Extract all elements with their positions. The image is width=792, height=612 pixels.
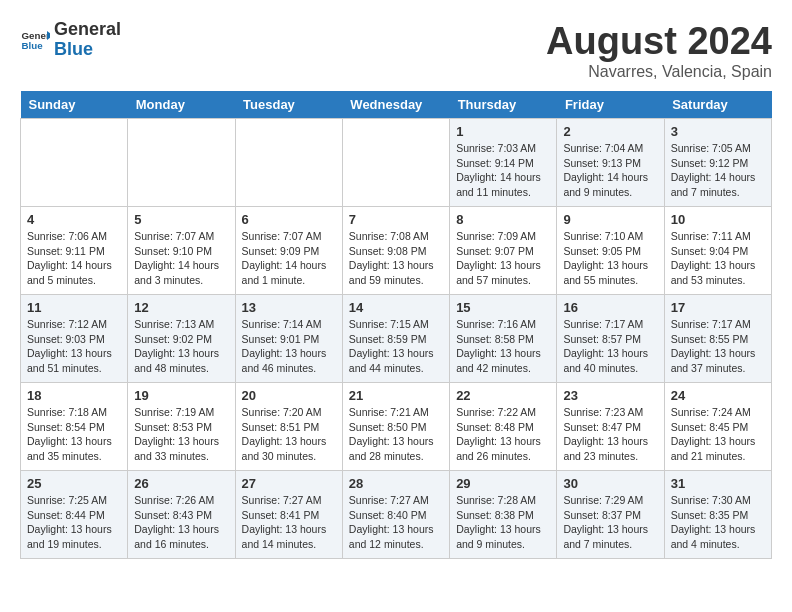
day-info: Sunrise: 7:07 AMSunset: 9:09 PMDaylight:… [242, 229, 336, 288]
calendar-header: SundayMondayTuesdayWednesdayThursdayFrid… [21, 91, 772, 119]
calendar-cell: 11Sunrise: 7:12 AMSunset: 9:03 PMDayligh… [21, 295, 128, 383]
calendar-cell: 8Sunrise: 7:09 AMSunset: 9:07 PMDaylight… [450, 207, 557, 295]
calendar-cell: 2Sunrise: 7:04 AMSunset: 9:13 PMDaylight… [557, 119, 664, 207]
week-row-5: 25Sunrise: 7:25 AMSunset: 8:44 PMDayligh… [21, 471, 772, 559]
calendar-cell: 18Sunrise: 7:18 AMSunset: 8:54 PMDayligh… [21, 383, 128, 471]
day-info: Sunrise: 7:20 AMSunset: 8:51 PMDaylight:… [242, 405, 336, 464]
day-number: 31 [671, 476, 765, 491]
day-number: 5 [134, 212, 228, 227]
day-info: Sunrise: 7:22 AMSunset: 8:48 PMDaylight:… [456, 405, 550, 464]
day-number: 15 [456, 300, 550, 315]
day-number: 9 [563, 212, 657, 227]
day-info: Sunrise: 7:29 AMSunset: 8:37 PMDaylight:… [563, 493, 657, 552]
calendar-cell: 5Sunrise: 7:07 AMSunset: 9:10 PMDaylight… [128, 207, 235, 295]
calendar-cell: 4Sunrise: 7:06 AMSunset: 9:11 PMDaylight… [21, 207, 128, 295]
day-info: Sunrise: 7:05 AMSunset: 9:12 PMDaylight:… [671, 141, 765, 200]
calendar-cell: 21Sunrise: 7:21 AMSunset: 8:50 PMDayligh… [342, 383, 449, 471]
calendar-cell: 13Sunrise: 7:14 AMSunset: 9:01 PMDayligh… [235, 295, 342, 383]
title-area: August 2024 Navarres, Valencia, Spain [546, 20, 772, 81]
week-row-2: 4Sunrise: 7:06 AMSunset: 9:11 PMDaylight… [21, 207, 772, 295]
day-info: Sunrise: 7:07 AMSunset: 9:10 PMDaylight:… [134, 229, 228, 288]
day-number: 17 [671, 300, 765, 315]
day-number: 27 [242, 476, 336, 491]
calendar-cell: 6Sunrise: 7:07 AMSunset: 9:09 PMDaylight… [235, 207, 342, 295]
logo-text: General Blue [54, 20, 121, 60]
day-number: 25 [27, 476, 121, 491]
logo-general-text: General [54, 20, 121, 40]
day-number: 11 [27, 300, 121, 315]
header-day-sunday: Sunday [21, 91, 128, 119]
calendar-cell: 9Sunrise: 7:10 AMSunset: 9:05 PMDaylight… [557, 207, 664, 295]
calendar-cell: 15Sunrise: 7:16 AMSunset: 8:58 PMDayligh… [450, 295, 557, 383]
calendar-cell: 24Sunrise: 7:24 AMSunset: 8:45 PMDayligh… [664, 383, 771, 471]
day-number: 13 [242, 300, 336, 315]
svg-text:General: General [22, 29, 51, 40]
calendar-cell: 10Sunrise: 7:11 AMSunset: 9:04 PMDayligh… [664, 207, 771, 295]
day-info: Sunrise: 7:12 AMSunset: 9:03 PMDaylight:… [27, 317, 121, 376]
calendar-cell: 7Sunrise: 7:08 AMSunset: 9:08 PMDaylight… [342, 207, 449, 295]
calendar-cell: 28Sunrise: 7:27 AMSunset: 8:40 PMDayligh… [342, 471, 449, 559]
calendar-cell: 23Sunrise: 7:23 AMSunset: 8:47 PMDayligh… [557, 383, 664, 471]
calendar-cell: 16Sunrise: 7:17 AMSunset: 8:57 PMDayligh… [557, 295, 664, 383]
day-number: 3 [671, 124, 765, 139]
day-info: Sunrise: 7:17 AMSunset: 8:55 PMDaylight:… [671, 317, 765, 376]
calendar-cell [21, 119, 128, 207]
day-info: Sunrise: 7:16 AMSunset: 8:58 PMDaylight:… [456, 317, 550, 376]
header-day-wednesday: Wednesday [342, 91, 449, 119]
calendar-body: 1Sunrise: 7:03 AMSunset: 9:14 PMDaylight… [21, 119, 772, 559]
day-number: 7 [349, 212, 443, 227]
day-info: Sunrise: 7:13 AMSunset: 9:02 PMDaylight:… [134, 317, 228, 376]
day-info: Sunrise: 7:04 AMSunset: 9:13 PMDaylight:… [563, 141, 657, 200]
day-number: 20 [242, 388, 336, 403]
day-info: Sunrise: 7:25 AMSunset: 8:44 PMDaylight:… [27, 493, 121, 552]
day-info: Sunrise: 7:27 AMSunset: 8:41 PMDaylight:… [242, 493, 336, 552]
day-number: 1 [456, 124, 550, 139]
calendar-cell: 3Sunrise: 7:05 AMSunset: 9:12 PMDaylight… [664, 119, 771, 207]
day-number: 23 [563, 388, 657, 403]
day-number: 24 [671, 388, 765, 403]
calendar-cell: 14Sunrise: 7:15 AMSunset: 8:59 PMDayligh… [342, 295, 449, 383]
calendar-cell [342, 119, 449, 207]
calendar-cell: 1Sunrise: 7:03 AMSunset: 9:14 PMDaylight… [450, 119, 557, 207]
day-number: 29 [456, 476, 550, 491]
day-info: Sunrise: 7:24 AMSunset: 8:45 PMDaylight:… [671, 405, 765, 464]
day-number: 30 [563, 476, 657, 491]
logo: General Blue General Blue [20, 20, 121, 60]
day-info: Sunrise: 7:28 AMSunset: 8:38 PMDaylight:… [456, 493, 550, 552]
day-info: Sunrise: 7:18 AMSunset: 8:54 PMDaylight:… [27, 405, 121, 464]
day-info: Sunrise: 7:03 AMSunset: 9:14 PMDaylight:… [456, 141, 550, 200]
header: General Blue General Blue August 2024 Na… [20, 20, 772, 81]
calendar-table: SundayMondayTuesdayWednesdayThursdayFrid… [20, 91, 772, 559]
calendar-cell: 30Sunrise: 7:29 AMSunset: 8:37 PMDayligh… [557, 471, 664, 559]
day-number: 21 [349, 388, 443, 403]
day-info: Sunrise: 7:15 AMSunset: 8:59 PMDaylight:… [349, 317, 443, 376]
calendar-cell: 29Sunrise: 7:28 AMSunset: 8:38 PMDayligh… [450, 471, 557, 559]
calendar-cell: 22Sunrise: 7:22 AMSunset: 8:48 PMDayligh… [450, 383, 557, 471]
calendar-cell: 25Sunrise: 7:25 AMSunset: 8:44 PMDayligh… [21, 471, 128, 559]
location-title: Navarres, Valencia, Spain [546, 63, 772, 81]
day-info: Sunrise: 7:26 AMSunset: 8:43 PMDaylight:… [134, 493, 228, 552]
day-info: Sunrise: 7:21 AMSunset: 8:50 PMDaylight:… [349, 405, 443, 464]
day-info: Sunrise: 7:30 AMSunset: 8:35 PMDaylight:… [671, 493, 765, 552]
day-info: Sunrise: 7:19 AMSunset: 8:53 PMDaylight:… [134, 405, 228, 464]
svg-text:Blue: Blue [22, 40, 44, 51]
day-info: Sunrise: 7:08 AMSunset: 9:08 PMDaylight:… [349, 229, 443, 288]
day-number: 8 [456, 212, 550, 227]
day-info: Sunrise: 7:17 AMSunset: 8:57 PMDaylight:… [563, 317, 657, 376]
day-number: 26 [134, 476, 228, 491]
month-title: August 2024 [546, 20, 772, 63]
logo-icon: General Blue [20, 25, 50, 55]
header-day-monday: Monday [128, 91, 235, 119]
day-number: 18 [27, 388, 121, 403]
calendar-cell: 27Sunrise: 7:27 AMSunset: 8:41 PMDayligh… [235, 471, 342, 559]
day-number: 4 [27, 212, 121, 227]
header-day-saturday: Saturday [664, 91, 771, 119]
calendar-cell [128, 119, 235, 207]
week-row-1: 1Sunrise: 7:03 AMSunset: 9:14 PMDaylight… [21, 119, 772, 207]
calendar-cell: 20Sunrise: 7:20 AMSunset: 8:51 PMDayligh… [235, 383, 342, 471]
day-number: 10 [671, 212, 765, 227]
calendar-cell: 17Sunrise: 7:17 AMSunset: 8:55 PMDayligh… [664, 295, 771, 383]
day-info: Sunrise: 7:11 AMSunset: 9:04 PMDaylight:… [671, 229, 765, 288]
calendar-cell: 26Sunrise: 7:26 AMSunset: 8:43 PMDayligh… [128, 471, 235, 559]
day-number: 6 [242, 212, 336, 227]
